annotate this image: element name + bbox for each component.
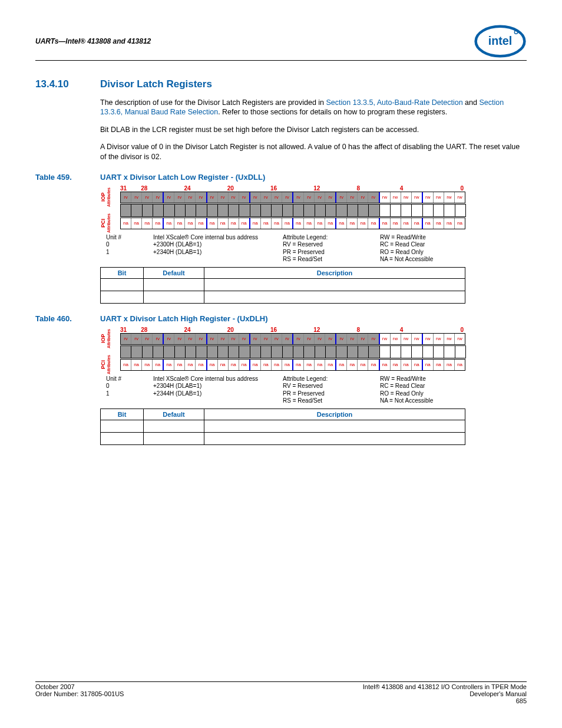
- xref-13-3-5[interactable]: Section 13.3.5, Auto-Baud-Rate Detection: [326, 98, 463, 107]
- page-header: UARTs—Intel® 413808 and 413812 intel: [35, 24, 527, 61]
- description-table-459: Bit Default Description: [100, 267, 465, 304]
- table-460-caption: Table 460. UART x Divisor Latch High Reg…: [35, 314, 527, 323]
- unit-col: Unit # 0 1: [106, 234, 141, 263]
- addr-col: Intel XScale® Core internal bus address …: [153, 234, 271, 263]
- register-info: Unit # 0 1 Intel XScale® Core internal b…: [106, 375, 465, 405]
- pci-attribute-strip: nananananananananananananananananananana…: [120, 218, 465, 229]
- pci-attribute-strip: nananananananananananananananananananana…: [120, 359, 465, 371]
- header-text: UARTs—Intel® 413808 and 413812: [35, 37, 151, 45]
- bit-boxes: [120, 204, 465, 217]
- bit-boxes: [120, 345, 465, 358]
- table-title: UART x Divisor Latch Low Register - (UxD…: [100, 173, 265, 182]
- legend-col: Attribute Legend: RV = Reserved PR = Pre…: [283, 234, 368, 263]
- bit-number-scale: 31 28 24 20 16 12 8 4 0: [120, 185, 465, 192]
- table-row: [101, 432, 465, 444]
- section-number: 13.4.10: [35, 78, 100, 90]
- iop-attribute-strip: rvrvrvrvrvrvrvrvrvrvrvrvrvrvrvrvrvrvrvrv…: [120, 333, 465, 345]
- iop-label: IOP Attributes: [100, 187, 112, 207]
- table-459-caption: Table 459. UART x Divisor Latch Low Regi…: [35, 173, 527, 182]
- paragraph-3: A Divisor value of 0 in the Divisor Latc…: [100, 142, 527, 162]
- svg-text:intel: intel: [488, 34, 513, 47]
- bit-number-scale: 31 28 24 20 16 12 8 4 0: [120, 327, 465, 333]
- table-title: UART x Divisor Latch High Register - (Ux…: [100, 314, 268, 323]
- register-diagram-459: 31 28 24 20 16 12 8 4 0 IOP Attributes r…: [100, 185, 465, 304]
- table-row: [101, 291, 465, 303]
- register-info: Unit # 0 1 Intel XScale® Core internal b…: [106, 234, 465, 263]
- intel-logo: intel: [474, 24, 527, 59]
- rw-col: RW = Read/Write RC = Read Clear RO = Rea…: [380, 234, 465, 263]
- pci-label: PCI Attributes: [100, 213, 112, 233]
- table-row: [101, 278, 465, 291]
- section-heading: 13.4.10 Divisor Latch Registers: [35, 78, 527, 90]
- th-bit: Bit: [101, 267, 144, 278]
- section-title: Divisor Latch Registers: [100, 78, 212, 90]
- iop-attribute-strip: rvrvrvrvrvrvrvrvrvrvrvrvrvrvrvrvrvrvrvrv…: [120, 192, 465, 203]
- table-number: Table 459.: [35, 173, 100, 182]
- paragraph-1: The description of use for the Divisor L…: [100, 98, 527, 118]
- description-table-460: Bit Default Description: [100, 409, 465, 445]
- paragraph-2: Bit DLAB in the LCR register must be set…: [100, 125, 527, 135]
- table-number: Table 460.: [35, 314, 100, 323]
- register-diagram-460: 31 28 24 20 16 12 8 4 0 IOP Attributes r…: [100, 327, 465, 445]
- th-default: Default: [144, 267, 204, 278]
- th-description: Description: [204, 267, 465, 278]
- table-row: [101, 420, 465, 432]
